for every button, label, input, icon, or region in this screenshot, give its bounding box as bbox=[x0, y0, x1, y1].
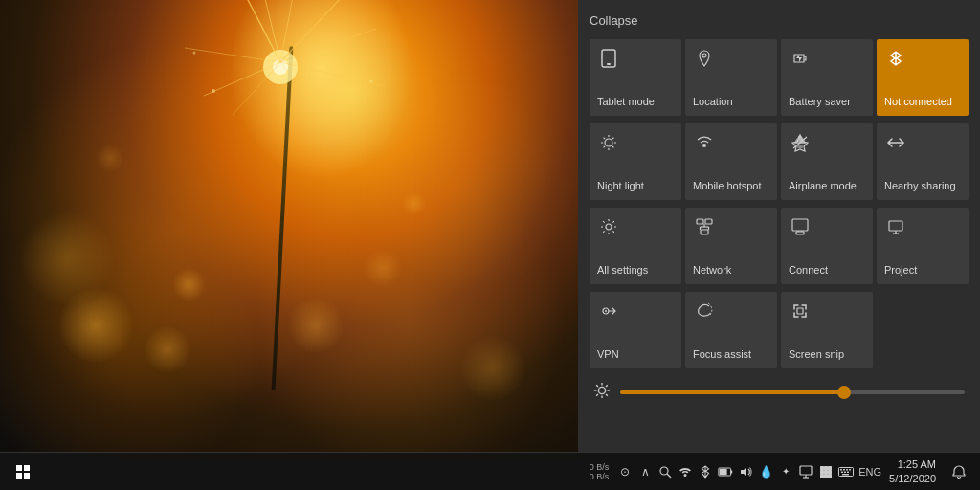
taskbar-icon-water[interactable]: 💧 bbox=[757, 463, 774, 480]
taskbar-icon-monitor[interactable] bbox=[797, 463, 814, 480]
tile-nearby-sharing[interactable]: Nearby sharing bbox=[877, 123, 969, 200]
tile-screen-snip-label: Screen snip bbox=[789, 348, 844, 361]
svg-line-63 bbox=[667, 474, 671, 478]
tile-location[interactable]: Location bbox=[685, 39, 777, 116]
taskbar-icon-keyboard[interactable] bbox=[837, 463, 855, 480]
svg-line-27 bbox=[612, 138, 613, 139]
svg-rect-74 bbox=[820, 470, 824, 474]
tile-night-light[interactable]: Night light bbox=[590, 123, 681, 200]
svg-point-29 bbox=[702, 144, 706, 147]
notification-button[interactable] bbox=[946, 453, 972, 491]
svg-rect-80 bbox=[843, 469, 845, 471]
svg-rect-40 bbox=[796, 232, 804, 234]
svg-rect-33 bbox=[705, 219, 712, 224]
svg-rect-77 bbox=[824, 470, 828, 474]
bluetooth-icon bbox=[886, 49, 905, 71]
svg-rect-71 bbox=[820, 474, 824, 478]
svg-rect-19 bbox=[607, 63, 611, 65]
tile-connect-label: Connect bbox=[789, 264, 828, 277]
tile-mobile-hotspot[interactable]: Mobile hotspot bbox=[685, 123, 777, 200]
taskbar-icon-spinner[interactable]: ⊙ bbox=[616, 463, 634, 480]
tile-project-label: Project bbox=[884, 264, 917, 277]
svg-rect-43 bbox=[889, 221, 902, 231]
svg-rect-30 bbox=[797, 145, 803, 148]
taskbar-icon-bluetooth2[interactable]: ✦ bbox=[777, 463, 794, 480]
language-badge[interactable]: ENG bbox=[858, 466, 881, 478]
tile-bluetooth[interactable]: Not connected bbox=[877, 39, 969, 116]
tile-connect[interactable]: Connect bbox=[781, 208, 873, 284]
svg-line-57 bbox=[596, 394, 598, 396]
nearby-sharing-icon bbox=[886, 133, 905, 155]
network-info: 0 B/s 0 B/s bbox=[590, 462, 610, 481]
svg-line-28 bbox=[604, 146, 605, 147]
connect-icon bbox=[791, 217, 810, 239]
tile-mobile-hotspot-label: Mobile hotspot bbox=[693, 180, 762, 192]
svg-rect-81 bbox=[846, 469, 848, 471]
taskbar-icon-bluetooth[interactable] bbox=[697, 463, 714, 480]
svg-rect-60 bbox=[16, 473, 22, 479]
tile-project[interactable]: Project bbox=[877, 208, 969, 284]
svg-line-54 bbox=[596, 385, 598, 387]
svg-line-9 bbox=[185, 48, 280, 62]
taskbar-icon-chevron[interactable]: ∧ bbox=[636, 463, 654, 480]
screen-snip-icon bbox=[791, 301, 810, 323]
collapse-button[interactable]: Collapse bbox=[590, 11, 969, 30]
tile-battery-saver-label: Battery saver bbox=[789, 96, 851, 108]
tile-airplane-mode[interactable]: Airplane mode bbox=[781, 123, 873, 200]
taskbar-icon-volume[interactable] bbox=[737, 463, 754, 480]
taskbar-icon-grid[interactable] bbox=[817, 463, 835, 480]
taskbar-left bbox=[0, 453, 590, 491]
svg-rect-82 bbox=[849, 469, 851, 471]
tile-all-settings[interactable]: All settings bbox=[590, 208, 681, 284]
location-icon bbox=[695, 49, 714, 71]
tile-focus-assist[interactable]: Focus assist bbox=[685, 292, 777, 368]
taskbar-icons: ⊙ ∧ bbox=[616, 463, 855, 480]
action-center-panel: Collapse Tablet mode Location bbox=[578, 0, 980, 452]
svg-line-8 bbox=[204, 62, 280, 96]
bokeh-7 bbox=[459, 335, 526, 402]
brightness-thumb[interactable] bbox=[837, 386, 851, 399]
svg-rect-34 bbox=[701, 230, 708, 234]
taskbar-icon-network[interactable] bbox=[677, 463, 694, 480]
svg-rect-58 bbox=[16, 465, 22, 471]
tile-tablet-mode[interactable]: Tablet mode bbox=[590, 39, 681, 116]
svg-point-47 bbox=[605, 310, 607, 312]
tile-airplane-mode-label: Airplane mode bbox=[789, 180, 857, 192]
taskbar: 0 B/s 0 B/s ⊙ ∧ bbox=[0, 452, 980, 490]
taskbar-icon-search[interactable] bbox=[657, 463, 674, 480]
taskbar-icon-battery[interactable] bbox=[717, 463, 734, 480]
svg-rect-76 bbox=[824, 474, 828, 478]
svg-rect-59 bbox=[24, 465, 30, 471]
svg-line-2 bbox=[223, 0, 280, 62]
tile-night-light-label: Night light bbox=[597, 180, 644, 192]
brightness-slider[interactable] bbox=[620, 390, 965, 394]
tile-network[interactable]: Network bbox=[685, 208, 777, 284]
tiles-row-1: Tablet mode Location Battery saver bbox=[590, 39, 969, 116]
network-download: 0 B/s bbox=[590, 472, 610, 481]
svg-line-56 bbox=[606, 385, 608, 387]
network-upload: 0 B/s bbox=[590, 462, 610, 472]
clock[interactable]: 1:25 AM 5/12/2020 bbox=[889, 457, 936, 485]
clock-date: 5/12/2020 bbox=[889, 472, 936, 485]
focus-assist-icon bbox=[695, 301, 714, 323]
svg-rect-83 bbox=[841, 471, 843, 473]
svg-point-20 bbox=[605, 139, 612, 146]
svg-rect-72 bbox=[828, 474, 832, 478]
tile-vpn[interactable]: VPN bbox=[590, 292, 681, 368]
tile-tablet-mode-label: Tablet mode bbox=[597, 96, 655, 108]
svg-point-17 bbox=[193, 52, 196, 55]
tiles-row-2: Night light Mobile hotspot bbox=[590, 123, 969, 200]
bokeh-4 bbox=[287, 297, 345, 354]
night-light-icon bbox=[599, 133, 618, 155]
svg-line-7 bbox=[280, 62, 386, 86]
bokeh-5 bbox=[364, 249, 402, 287]
svg-rect-39 bbox=[792, 219, 808, 231]
tile-focus-assist-label: Focus assist bbox=[693, 348, 751, 361]
tile-battery-saver[interactable]: Battery saver bbox=[781, 39, 873, 116]
tile-location-label: Location bbox=[693, 96, 733, 108]
tile-screen-snip[interactable]: Screen snip bbox=[781, 292, 873, 368]
taskbar-right: 0 B/s 0 B/s ⊙ ∧ bbox=[590, 453, 980, 491]
svg-line-55 bbox=[606, 394, 608, 396]
start-button[interactable] bbox=[4, 453, 42, 491]
svg-rect-73 bbox=[824, 466, 828, 470]
